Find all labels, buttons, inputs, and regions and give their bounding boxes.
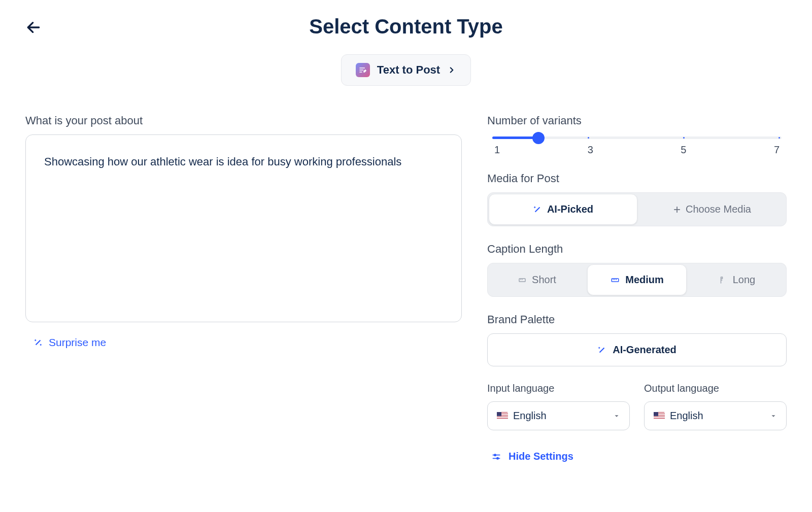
surprise-me-label: Surprise me [49,336,106,349]
input-language-select[interactable]: English [487,401,630,430]
media-segmented: AI-Picked + Choose Media [487,192,787,226]
media-choose-label: Choose Media [686,203,751,215]
brand-palette-label: Brand Palette [487,313,787,326]
svg-point-10 [494,454,496,456]
brand-palette-button[interactable]: AI-Generated [487,333,787,366]
chevron-down-icon [613,413,620,420]
variants-label: Number of variants [487,114,787,127]
chevron-down-icon [770,413,777,420]
caption-medium[interactable]: Medium [587,264,687,295]
caption-length-label: Caption Length [487,243,787,256]
sliders-icon [491,452,501,462]
slider-tick [588,137,589,139]
post-about-input[interactable] [25,134,462,322]
magic-wand-icon [597,346,606,355]
media-choose[interactable]: + Choose Media [638,193,786,226]
output-language-value: English [670,410,703,422]
media-ai-picked[interactable]: AI-Picked [489,194,637,225]
surprise-me-link[interactable]: Surprise me [33,336,106,349]
variants-slider[interactable]: 1 3 5 7 [487,134,787,156]
chevron-right-icon [447,65,456,75]
svg-rect-4 [612,279,619,282]
text-to-post-icon [356,63,370,77]
caption-medium-label: Medium [625,274,664,286]
ruler-long-icon [719,276,728,285]
hide-settings-label: Hide Settings [509,451,573,462]
back-button[interactable] [25,19,42,38]
post-about-label: What is your post about [25,114,462,127]
ruler-short-icon [518,276,527,285]
us-flag-icon [497,412,508,420]
media-ai-picked-label: AI-Picked [547,203,593,215]
slider-fill [492,136,538,139]
ruler-medium-icon [610,276,620,285]
caption-short[interactable]: Short [488,263,586,296]
plus-icon: + [673,202,681,217]
slider-label-3: 3 [588,144,593,156]
caption-segmented: Short Medium Long [487,263,787,297]
brand-palette-value: AI-Generated [613,344,676,356]
input-language-label: Input language [487,383,630,394]
svg-point-11 [497,457,498,459]
hide-settings-link[interactable]: Hide Settings [491,451,573,462]
content-type-label: Text to Post [377,63,440,77]
output-language-label: Output language [644,383,787,394]
slider-label-7: 7 [774,144,780,156]
magic-wand-icon [533,205,542,214]
page-title: Select Content Type [309,15,503,38]
output-language-select[interactable]: English [644,401,787,430]
caption-long-label: Long [733,274,756,286]
slider-tick [683,137,685,139]
content-type-selector[interactable]: Text to Post [341,54,471,86]
media-label: Media for Post [487,172,787,185]
slider-label-1: 1 [494,144,500,156]
caption-short-label: Short [532,274,556,286]
arrow-left-icon [25,19,42,36]
slider-tick [779,137,780,139]
caption-long[interactable]: Long [688,263,786,296]
input-language-value: English [513,410,547,422]
slider-thumb[interactable] [532,132,545,144]
slider-label-5: 5 [681,144,686,156]
us-flag-icon [654,412,665,420]
magic-wand-icon [33,338,43,347]
